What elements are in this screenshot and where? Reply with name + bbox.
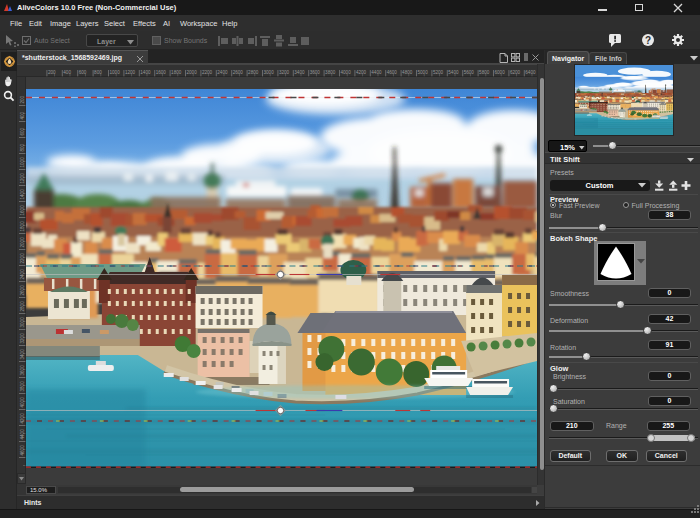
svg-text:2400: 2400 xyxy=(20,269,25,280)
svg-text:1600: 1600 xyxy=(20,205,25,216)
svg-text:?: ? xyxy=(645,35,651,46)
svg-text:1000: 1000 xyxy=(20,157,25,168)
svg-text:4600: 4600 xyxy=(387,70,398,75)
svg-text:3200: 3200 xyxy=(20,333,25,344)
svg-text:3400: 3400 xyxy=(20,349,25,360)
svg-text:1200: 1200 xyxy=(20,173,25,184)
svg-text:600: 600 xyxy=(79,70,87,75)
svg-text:3600: 3600 xyxy=(20,365,25,376)
svg-text:6400: 6400 xyxy=(525,70,536,75)
svg-text:1400: 1400 xyxy=(140,70,151,75)
svg-text:5400: 5400 xyxy=(448,70,459,75)
svg-text:4800: 4800 xyxy=(402,70,413,75)
svg-text:2000: 2000 xyxy=(20,237,25,248)
svg-text:1400: 1400 xyxy=(20,189,25,200)
svg-text:3400: 3400 xyxy=(294,70,305,75)
svg-text:3600: 3600 xyxy=(310,70,321,75)
svg-text:2400: 2400 xyxy=(217,70,228,75)
svg-text:1200: 1200 xyxy=(125,70,136,75)
svg-text:4200: 4200 xyxy=(356,70,367,75)
svg-text:4000: 4000 xyxy=(20,397,25,408)
svg-text:3800: 3800 xyxy=(20,381,25,392)
svg-text:4400: 4400 xyxy=(20,429,25,440)
svg-text:2000: 2000 xyxy=(187,70,198,75)
svg-text:2600: 2600 xyxy=(20,285,25,296)
svg-text:4000: 4000 xyxy=(341,70,352,75)
svg-text:800: 800 xyxy=(20,143,25,151)
svg-text:1000: 1000 xyxy=(110,70,121,75)
svg-text:800: 800 xyxy=(94,70,102,75)
svg-text:400: 400 xyxy=(63,70,71,75)
svg-text:3000: 3000 xyxy=(20,317,25,328)
svg-text:4600: 4600 xyxy=(20,445,25,456)
svg-text:2800: 2800 xyxy=(248,70,259,75)
svg-text:6200: 6200 xyxy=(510,70,521,75)
svg-text:4200: 4200 xyxy=(20,413,25,424)
svg-text:5200: 5200 xyxy=(433,70,444,75)
svg-text:1800: 1800 xyxy=(20,221,25,232)
svg-text:600: 600 xyxy=(20,127,25,135)
svg-text:5600: 5600 xyxy=(464,70,475,75)
svg-text:200: 200 xyxy=(48,70,56,75)
svg-text:2200: 2200 xyxy=(202,70,213,75)
svg-text:5800: 5800 xyxy=(479,70,490,75)
svg-text:6000: 6000 xyxy=(495,70,506,75)
svg-text:1800: 1800 xyxy=(171,70,182,75)
svg-text:2800: 2800 xyxy=(20,301,25,312)
svg-text:2200: 2200 xyxy=(20,253,25,264)
svg-text:1600: 1600 xyxy=(156,70,167,75)
svg-text:5000: 5000 xyxy=(418,70,429,75)
svg-text:2600: 2600 xyxy=(233,70,244,75)
svg-text:3200: 3200 xyxy=(279,70,290,75)
svg-text:4400: 4400 xyxy=(371,70,382,75)
svg-text:3800: 3800 xyxy=(325,70,336,75)
svg-text:400: 400 xyxy=(20,111,25,119)
svg-text:200: 200 xyxy=(20,95,25,103)
svg-text:3000: 3000 xyxy=(264,70,275,75)
